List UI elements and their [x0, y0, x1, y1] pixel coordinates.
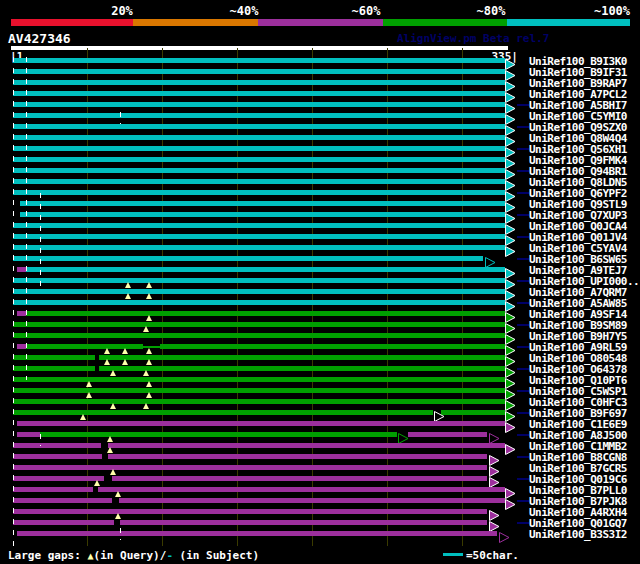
query-gap-triangle-icon: [122, 359, 128, 365]
key-segment-cyan: [507, 19, 630, 26]
hit-bar[interactable]: [408, 432, 487, 437]
boundary-dash-line: [120, 112, 121, 124]
row-guide-dash: [517, 192, 529, 194]
hit-bar[interactable]: [13, 520, 487, 525]
hit-bar[interactable]: [13, 234, 505, 239]
row-guide-dash: [517, 368, 529, 370]
subject-gap-notch: [112, 498, 119, 503]
hit-bar[interactable]: [13, 355, 505, 360]
subject-gap-notch: [95, 366, 99, 371]
hit-bar[interactable]: [17, 267, 26, 272]
hit-bar[interactable]: [13, 454, 487, 459]
scale-label: =50char.: [466, 549, 519, 562]
hit-bar[interactable]: [13, 410, 433, 415]
hit-bar[interactable]: [17, 432, 40, 437]
hit-bar[interactable]: [13, 179, 505, 184]
query-gap-triangle-icon: [143, 326, 149, 332]
hit-bar[interactable]: [13, 256, 483, 261]
key-segment-green: [383, 19, 507, 26]
hit-bar[interactable]: [13, 190, 505, 195]
row-guide-dash: [517, 302, 529, 304]
row-guide-dash: [517, 280, 529, 282]
query-gap-triangle-icon: [107, 447, 113, 453]
query-gap-triangle-icon: [110, 469, 116, 475]
row-guide-dash: [517, 126, 529, 128]
hit-bar[interactable]: [13, 135, 505, 140]
query-gap-triangle-icon: [143, 403, 149, 409]
hit-bar[interactable]: [13, 58, 505, 63]
hit-bar[interactable]: [13, 80, 505, 85]
hit-bar[interactable]: [13, 124, 505, 129]
row-guide-dash: [517, 170, 529, 172]
query-gap-triangle-icon: [86, 381, 92, 387]
gap-legend: Large gaps: ▲(in Query)/- (in Subject): [8, 549, 259, 562]
query-gap-triangle-icon: [94, 480, 100, 486]
query-gap-triangle-icon: [104, 348, 110, 354]
hit-bar[interactable]: [13, 476, 487, 481]
query-gap-triangle-icon: [146, 348, 152, 354]
watermark: AlignView.pm Beta rel.7: [397, 32, 549, 45]
hit-bar[interactable]: [13, 245, 505, 250]
hit-bar[interactable]: [17, 531, 497, 536]
hit-bar[interactable]: [13, 157, 505, 162]
subject-gap-notch: [93, 487, 98, 492]
boundary-dash-line: [120, 528, 121, 540]
hit-bar[interactable]: [13, 487, 505, 492]
gridline-50char: [237, 48, 238, 546]
hit-bar[interactable]: [26, 267, 505, 272]
query-gap-triangle-icon: [107, 436, 113, 442]
hit-bar[interactable]: [13, 289, 505, 294]
row-guide-dash: [517, 478, 529, 480]
key-label: ~100%: [594, 4, 630, 18]
subject-gap-notch: [95, 355, 99, 360]
hit-bar[interactable]: [13, 509, 487, 514]
row-guide-dash: [517, 104, 529, 106]
hit-bar[interactable]: [13, 69, 505, 74]
hit-bar[interactable]: [17, 311, 26, 316]
hit-bar[interactable]: [17, 344, 26, 349]
arrowhead-icon: [505, 495, 516, 514]
alignment-viewer: 20%~40%~60%~80%~100% AV427346 AlignView.…: [0, 0, 640, 564]
hit-bar[interactable]: [20, 201, 505, 206]
hit-bar[interactable]: [13, 333, 505, 338]
hit-label[interactable]: UniRef100_B3S3I2: [529, 528, 627, 541]
row-guide-dash: [517, 148, 529, 150]
hit-bar[interactable]: [17, 421, 505, 426]
hit-bar[interactable]: [13, 278, 505, 283]
query-gap-triangle-icon: [146, 392, 152, 398]
hit-bar[interactable]: [13, 498, 505, 503]
hit-bar[interactable]: [13, 322, 505, 327]
gridline-50char: [387, 48, 388, 546]
row-guide-dash: [517, 500, 529, 502]
query-gap-triangle-icon: [80, 414, 86, 420]
hit-bar[interactable]: [13, 366, 505, 371]
boundary-dash-line: [40, 193, 41, 290]
hit-bar[interactable]: [13, 443, 505, 448]
hit-bar[interactable]: [40, 432, 397, 437]
row-guide-dash: [517, 390, 529, 392]
row-guide-dash: [517, 434, 529, 436]
hit-bar[interactable]: [13, 300, 505, 305]
row-guide-dash: [517, 412, 529, 414]
query-gap-triangle-icon: [143, 370, 149, 376]
hit-bar[interactable]: [13, 146, 505, 151]
query-gap-triangle-icon: [122, 348, 128, 354]
row-guide-dash: [517, 324, 529, 326]
hit-bar[interactable]: [13, 223, 505, 228]
hit-bar[interactable]: [13, 113, 505, 118]
key-label: 20%: [111, 4, 133, 18]
query-gap-triangle-icon: [115, 513, 121, 519]
hit-bar[interactable]: [20, 212, 505, 217]
hit-bar[interactable]: [26, 311, 505, 316]
query-id: AV427346: [8, 31, 71, 46]
hit-bar[interactable]: [13, 399, 505, 404]
hit-bar[interactable]: [13, 168, 505, 173]
hit-bar[interactable]: [441, 410, 505, 415]
open-arrowhead-icon: [499, 528, 510, 547]
hit-bar[interactable]: [160, 344, 505, 349]
hit-bar[interactable]: [13, 465, 487, 470]
key-segment-red: [11, 19, 133, 26]
gridline-50char: [312, 48, 313, 546]
hit-bar[interactable]: [13, 102, 505, 107]
hit-bar[interactable]: [13, 91, 505, 96]
